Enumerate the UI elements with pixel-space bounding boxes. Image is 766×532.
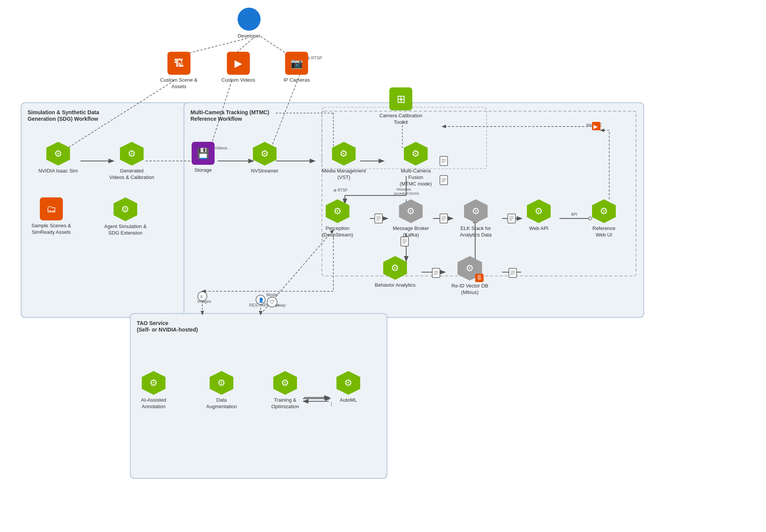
svg-text:REST API Gateway: REST API Gateway [249,303,286,307]
generated-videos-node: ⚙ GeneratedVideos & Calibration [109,142,154,181]
svg-text:Videos: Videos [215,146,228,150]
ai-annotation-label: AI-AssistedAnnotation [141,397,166,410]
ai-annotation-icon: ⚙ [142,371,166,395]
svg-rect-97 [440,176,448,185]
message-broker-icon: ⚙ [399,199,423,223]
svg-text:API: API [571,212,577,217]
reference-web-ui-icon: ⚙ [592,199,616,223]
svg-point-104 [267,297,277,307]
agent-sim-node: ⚙ Agent Simulation &SDG Extension [104,197,147,236]
camera-calibration-label: Camera CalibrationToolkit [379,113,422,126]
svg-text:(Self- or NVIDIA-hosted): (Self- or NVIDIA-hosted) [137,327,198,333]
svg-rect-64 [375,214,382,223]
svg-text:≡: ≡ [200,294,203,299]
web-api-icon: ⚙ [527,199,551,223]
multi-camera-fusion-node: ⚙ Multi-Camera Fusion(MTMC mode) [393,142,439,187]
elk-stack-icon: ⚙ [464,199,488,223]
reference-web-ui-label: ReferenceWeb UI [592,225,615,238]
isaac-sim-icon: ⚙ [46,142,70,166]
svg-rect-68 [440,214,448,223]
data-augmentation-label: DataAugmentation [206,397,237,410]
data-augmentation-node: ⚙ DataAugmentation [206,371,237,410]
camera-calibration-icon: ⊞ [389,87,412,110]
sample-scenes-icon: 🗂 [40,197,63,220]
custom-videos-icon: ▶ [227,52,250,75]
training-optimization-label: Training &Optimization [271,397,299,410]
perception-label: Perception(DeepStream) [322,225,353,238]
svg-text:WebRTC: WebRTC [586,123,602,127]
media-management-node: ⚙ Media Management(VST) [322,142,366,181]
custom-scene-label: Custom Scene &Assets [160,77,198,90]
nvstreamer-icon: ⚙ [253,142,277,166]
camera-calibration-node: ⊞ Camera CalibrationToolkit [379,87,422,126]
ai-annotation-node: ⚙ AI-AssistedAnnotation [141,371,166,410]
svg-line-61 [261,230,333,314]
generated-videos-icon: ⚙ [120,142,144,166]
storage-node: 💾 Storage [192,142,215,174]
custom-scene-icon: 🏗 [167,52,190,75]
media-management-icon: ⚙ [332,142,356,166]
training-optimization-icon: ⚙ [273,371,297,395]
data-augmentation-icon: ⚙ [210,371,233,395]
custom-scene-node: 🏗 Custom Scene &Assets [160,52,198,90]
training-optimization-node: ⚙ Training &Optimization [271,371,299,410]
sample-scenes-label: Sample Scenes &SimReady Assets [31,223,71,236]
svg-text:Model: Model [266,292,278,297]
multi-camera-fusion-icon: ⚙ [404,142,428,166]
svg-line-17 [210,80,232,149]
custom-videos-label: Custom Videos [221,77,255,84]
perception-icon: ⚙ [326,199,349,223]
web-api-label: Web API [529,225,548,232]
behavior-analytics-node: ⚙ Behavior Analytics [375,256,415,289]
multi-camera-fusion-label: Multi-Camera Fusion(MTMC mode) [393,168,439,187]
svg-line-14 [65,80,174,149]
svg-rect-76 [432,268,440,277]
svg-text:Reference Workflow: Reference Workflow [190,116,242,122]
web-api-node: ⚙ Web API [527,199,551,232]
perception-node: ⚙ Perception(DeepStream) [322,199,353,238]
svg-rect-80 [509,268,517,277]
generated-videos-label: GeneratedVideos & Calibration [109,168,154,181]
nvstreamer-label: NVStreamer [251,168,279,174]
ip-cameras-icon: 📷 [285,52,308,75]
svg-rect-88 [440,156,448,166]
svg-text:🛡: 🛡 [269,299,275,305]
svg-point-52 [256,295,265,304]
automl-node: ⚙ AutoML [336,371,360,404]
agent-sim-label: Agent Simulation &SDG Extension [104,223,147,236]
svg-text:⊗ RTSP: ⊗ RTSP [333,188,348,192]
svg-text:Generation (SDG) Workflow: Generation (SDG) Workflow [28,116,98,122]
custom-videos-node: ▶ Custom Videos [221,52,255,84]
isaac-sim-node: ⚙ NVIDIA Isaac Sim [38,142,78,174]
svg-rect-62 [322,111,636,276]
reid-vector-node: ⚙ 🗄 Re-ID Vector DB(Milvus) [451,256,488,296]
automl-icon: ⚙ [336,371,360,395]
elk-stack-node: ⚙ ELK Stack forAnalytics Data [460,199,492,238]
svg-text:Multi-Camera Tracking (MTMC): Multi-Camera Tracking (MTMC) [190,109,269,115]
storage-icon: 💾 [192,142,215,165]
message-broker-label: Message Broker(Kafka) [393,225,429,238]
svg-text:(protobuf/JSON): (protobuf/JSON) [394,192,419,195]
svg-point-41 [589,217,592,220]
developer-label: Developer [238,33,260,39]
storage-label: Storage [194,167,212,174]
reid-vector-label: Re-ID Vector DB(Milvus) [451,283,488,296]
svg-text:👤: 👤 [258,297,264,303]
developer-node: 👤 Developer [238,8,261,39]
developer-icon: 👤 [238,8,261,31]
agent-sim-icon: ⚙ [113,197,137,221]
behavior-analytics-icon: ⚙ [383,256,407,280]
behavior-analytics-label: Behavior Analytics [375,282,415,289]
sample-scenes-node: 🗂 Sample Scenes &SimReady Assets [31,197,71,236]
svg-text:▶: ▶ [594,123,598,130]
nvstreamer-node: ⚙ NVStreamer [251,142,279,174]
svg-text:Images: Images [197,299,212,304]
svg-text:TAO Service: TAO Service [137,320,168,326]
ip-cameras-node: 📷 IP Cameras [284,52,310,84]
svg-text:Metadata: Metadata [397,187,411,191]
svg-point-48 [198,292,207,301]
ip-cameras-label: IP Cameras [284,77,310,84]
message-broker-node: ⚙ Message Broker(Kafka) [393,199,429,238]
svg-rect-72 [508,214,515,223]
svg-rect-92 [592,122,600,130]
